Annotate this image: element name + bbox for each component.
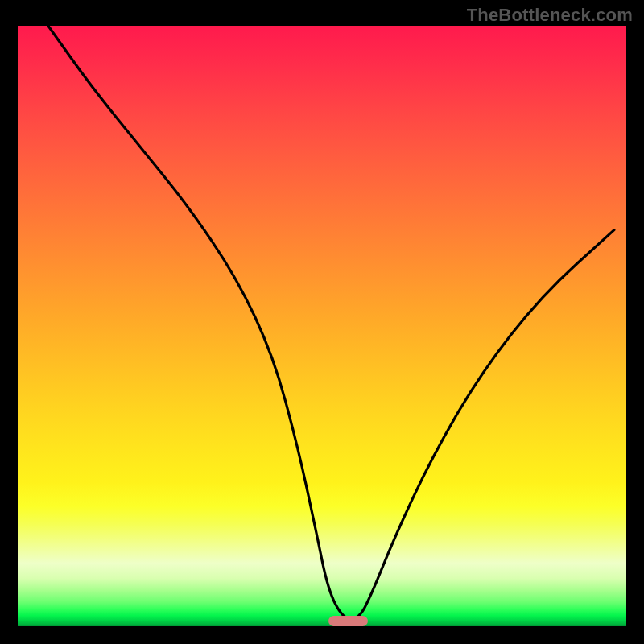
optimum-marker — [328, 616, 368, 626]
chart-frame: TheBottleneck.com — [0, 0, 644, 644]
plot-area — [18, 26, 626, 626]
curve-layer — [18, 26, 626, 626]
watermark-text: TheBottleneck.com — [467, 5, 633, 26]
bottleneck-curve — [48, 26, 614, 619]
